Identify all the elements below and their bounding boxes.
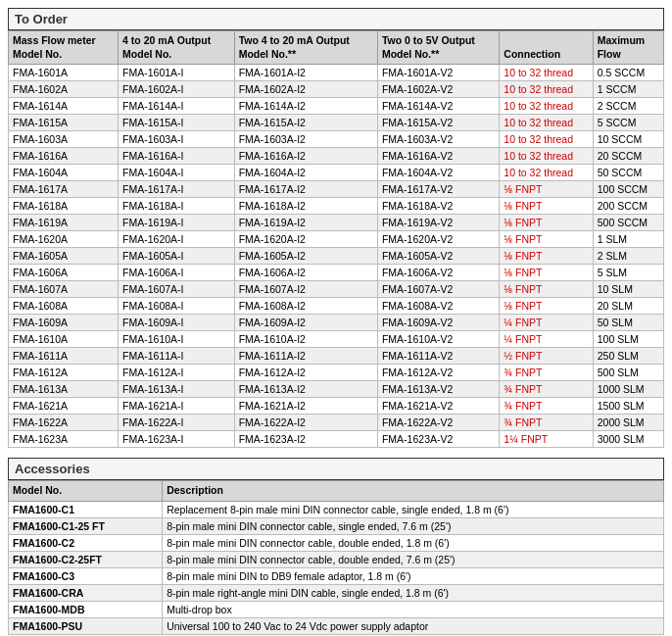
table-cell: 10 to 32 thread — [500, 131, 593, 148]
table-cell: FMA-1610A — [9, 331, 119, 348]
table-row: FMA-1610AFMA-1610A-IFMA-1610A-I2FMA-1610… — [9, 331, 664, 348]
table-cell: FMA-1609A — [9, 315, 119, 331]
list-item: FMA1600-C1Replacement 8-pin male mini DI… — [9, 501, 664, 517]
table-cell: 20 SCCM — [593, 148, 663, 165]
table-cell: ¾ FNPT — [500, 365, 593, 381]
table-cell: 50 SLM — [593, 315, 663, 331]
table-cell: FMA-1614A-I2 — [234, 98, 377, 115]
accessories-section: Accessories Model No. Description FMA160… — [8, 458, 664, 635]
table-cell: FMA-1604A-I — [119, 165, 235, 181]
acc-cell: 8-pin male mini DIN connector cable, dou… — [163, 551, 664, 567]
table-cell: ⅛ FNPT — [500, 215, 593, 231]
table-header-row: Mass Flow meterModel No. 4 to 20 mA Outp… — [9, 31, 664, 65]
list-item: FMA1600-PSUUniversal 100 to 240 Vac to 2… — [9, 617, 664, 634]
table-cell: 10 to 32 thread — [500, 65, 593, 81]
table-cell: FMA-1604A-I2 — [234, 165, 377, 181]
table-cell: FMA-1611A — [9, 348, 119, 365]
to-order-title: To Order — [8, 8, 664, 30]
acc-cell: Replacement 8-pin male mini DIN connecto… — [163, 501, 664, 517]
table-cell: FMA-1620A-I2 — [234, 231, 377, 248]
table-cell: FMA-1616A-I2 — [234, 148, 377, 165]
table-cell: FMA-1623A-I — [119, 431, 235, 448]
table-row: FMA-1620AFMA-1620A-IFMA-1620A-I2FMA-1620… — [9, 231, 664, 248]
table-cell: FMA-1606A-I2 — [234, 265, 377, 281]
table-cell: FMA-1617A-V2 — [377, 181, 499, 198]
table-cell: FMA-1623A — [9, 431, 119, 448]
table-cell: ⅛ FNPT — [500, 231, 593, 248]
table-cell: FMA-1623A-I2 — [234, 431, 377, 448]
table-cell: ¾ FNPT — [500, 415, 593, 431]
table-cell: FMA-1623A-V2 — [377, 431, 499, 448]
table-row: FMA-1607AFMA-1607A-IFMA-1607A-I2FMA-1607… — [9, 281, 664, 298]
table-cell: 10 SLM — [593, 281, 663, 298]
table-cell: FMA-1611A-I — [119, 348, 235, 365]
table-cell: FMA-1610A-V2 — [377, 331, 499, 348]
to-order-table: Mass Flow meterModel No. 4 to 20 mA Outp… — [8, 30, 664, 448]
table-cell: FMA-1609A-V2 — [377, 315, 499, 331]
acc-cell: 8-pin male mini DIN connector cable, sin… — [163, 517, 664, 534]
table-cell: FMA-1604A-V2 — [377, 165, 499, 181]
table-cell: FMA-1601A-I2 — [234, 65, 377, 81]
table-cell: FMA-1607A — [9, 281, 119, 298]
table-cell: 1 SCCM — [593, 81, 663, 98]
header-4to20: 4 to 20 mA OutputModel No. — [119, 31, 235, 65]
table-row: FMA-1602AFMA-1602A-IFMA-1602A-I2FMA-1602… — [9, 81, 664, 98]
table-cell: FMA-1605A — [9, 248, 119, 265]
table-cell: 1 SLM — [593, 231, 663, 248]
table-cell: ⅛ FNPT — [500, 265, 593, 281]
list-item: FMA1600-C1-25 FT8-pin male mini DIN conn… — [9, 517, 664, 534]
table-row: FMA-1612AFMA-1612A-IFMA-1612A-I2FMA-1612… — [9, 365, 664, 381]
table-cell: FMA-1605A-I2 — [234, 248, 377, 265]
to-order-section: To Order Mass Flow meterModel No. 4 to 2… — [8, 8, 664, 448]
table-cell: ⅛ FNPT — [500, 198, 593, 215]
table-cell: FMA-1609A-I — [119, 315, 235, 331]
list-item: FMA1600-C28-pin male mini DIN connector … — [9, 534, 664, 551]
table-row: FMA-1617AFMA-1617A-IFMA-1617A-I2FMA-1617… — [9, 181, 664, 198]
table-cell: ⅛ FNPT — [500, 298, 593, 315]
header-two4to20: Two 4 to 20 mA OutputModel No.** — [234, 31, 377, 65]
table-cell: FMA-1622A-I2 — [234, 415, 377, 431]
table-cell: 1500 SLM — [593, 398, 663, 415]
acc-cell: Universal 100 to 240 Vac to 24 Vdc power… — [163, 617, 664, 634]
table-cell: FMA-1612A — [9, 365, 119, 381]
table-cell: FMA-1621A — [9, 398, 119, 415]
acc-cell: 8-pin male mini DIN to DB9 female adapto… — [163, 567, 664, 584]
table-cell: 10 to 32 thread — [500, 165, 593, 181]
table-cell: FMA-1613A — [9, 381, 119, 398]
table-cell: FMA-1601A-V2 — [377, 65, 499, 81]
table-cell: FMA-1612A-V2 — [377, 365, 499, 381]
table-cell: 1¼ FNPT — [500, 431, 593, 448]
table-cell: FMA-1615A-I — [119, 115, 235, 131]
table-cell: FMA-1601A — [9, 65, 119, 81]
table-cell: FMA-1603A-I — [119, 131, 235, 148]
table-cell: 5 SLM — [593, 265, 663, 281]
table-cell: FMA-1606A-V2 — [377, 265, 499, 281]
table-cell: FMA-1608A-I — [119, 298, 235, 315]
acc-cell: FMA1600-CRA — [9, 584, 163, 601]
table-cell: FMA-1613A-V2 — [377, 381, 499, 398]
acc-cell: FMA1600-C1-25 FT — [9, 517, 163, 534]
table-cell: FMA-1614A — [9, 98, 119, 115]
table-cell: FMA-1609A-I2 — [234, 315, 377, 331]
table-cell: FMA-1622A-V2 — [377, 415, 499, 431]
header-two0to5v: Two 0 to 5V OutputModel No.** — [377, 31, 499, 65]
table-cell: FMA-1613A-I — [119, 381, 235, 398]
table-cell: FMA-1612A-I — [119, 365, 235, 381]
table-cell: FMA-1607A-I2 — [234, 281, 377, 298]
table-cell: ⅛ FNPT — [500, 181, 593, 198]
table-cell: FMA-1608A-V2 — [377, 298, 499, 315]
table-row: FMA-1619AFMA-1619A-IFMA-1619A-I2FMA-1619… — [9, 215, 664, 231]
acc-cell: FMA1600-MDB — [9, 601, 163, 617]
table-cell: 500 SLM — [593, 365, 663, 381]
table-cell: 5 SCCM — [593, 115, 663, 131]
table-cell: 50 SCCM — [593, 165, 663, 181]
acc-cell: 8-pin male mini DIN connector cable, dou… — [163, 534, 664, 551]
table-cell: FMA-1606A — [9, 265, 119, 281]
table-cell: ½ FNPT — [500, 348, 593, 365]
table-cell: FMA-1613A-I2 — [234, 381, 377, 398]
table-cell: 10 to 32 thread — [500, 98, 593, 115]
table-cell: FMA-1621A-I — [119, 398, 235, 415]
table-cell: ¼ FNPT — [500, 315, 593, 331]
table-cell: FMA-1608A — [9, 298, 119, 315]
table-row: FMA-1621AFMA-1621A-IFMA-1621A-I2FMA-1621… — [9, 398, 664, 415]
